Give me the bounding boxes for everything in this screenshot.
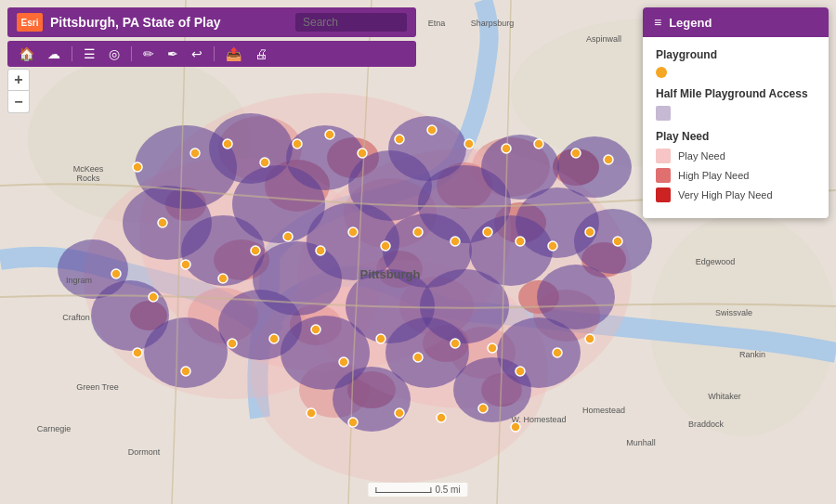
zoom-out-button[interactable]: − xyxy=(7,91,30,113)
app-title: Pittsburgh, PA State of Play xyxy=(50,15,288,30)
svg-point-96 xyxy=(339,357,348,367)
svg-text:Rocks: Rocks xyxy=(76,174,100,183)
svg-point-73 xyxy=(571,149,581,158)
app-logo: Esri xyxy=(17,13,43,32)
share-button[interactable]: 📤 xyxy=(222,45,245,63)
scale-label: 0.5 mi xyxy=(435,485,460,495)
svg-point-81 xyxy=(316,246,325,255)
svg-point-63 xyxy=(223,139,232,149)
svg-text:Braddock: Braddock xyxy=(688,420,725,429)
basemap-button[interactable]: ☁ xyxy=(44,45,64,63)
svg-text:Crafton: Crafton xyxy=(62,313,90,322)
svg-point-86 xyxy=(483,227,492,237)
svg-point-88 xyxy=(548,241,557,251)
playneed-low-label: Play Need xyxy=(678,150,725,162)
legend-section-playneed: Play Need xyxy=(656,130,816,143)
svg-text:Aspinwall: Aspinwall xyxy=(586,34,621,44)
svg-text:Swissvale: Swissvale xyxy=(715,308,752,317)
toolbar: Esri Pittsburgh, PA State of Play 🏠 ☁ ☰ … xyxy=(7,7,416,67)
svg-point-72 xyxy=(534,139,543,149)
title-bar: Esri Pittsburgh, PA State of Play xyxy=(7,7,416,37)
svg-point-79 xyxy=(251,246,260,255)
playneed-veryhigh-label: Very High Play Need xyxy=(678,189,773,200)
svg-point-49 xyxy=(333,367,411,432)
separator-1 xyxy=(72,46,72,61)
legend-header: ≡ Legend xyxy=(643,7,829,37)
svg-text:W. Homestead: W. Homestead xyxy=(511,415,566,424)
draw-button[interactable]: ✏ xyxy=(139,45,158,63)
svg-point-90 xyxy=(613,237,622,246)
svg-point-108 xyxy=(478,404,488,413)
svg-point-97 xyxy=(376,334,385,343)
legend-item-playneed-high: High Play Need xyxy=(656,168,816,183)
svg-point-84 xyxy=(413,227,423,237)
svg-point-67 xyxy=(358,149,367,158)
svg-point-105 xyxy=(348,418,358,427)
scale-bar: 0.5 mi xyxy=(368,483,467,497)
separator-3 xyxy=(214,46,215,61)
svg-point-89 xyxy=(585,227,594,237)
svg-text:McKees: McKees xyxy=(73,164,104,174)
playneed-veryhigh-symbol xyxy=(656,187,671,202)
svg-point-106 xyxy=(395,408,404,418)
svg-text:Etna: Etna xyxy=(428,19,446,28)
svg-point-94 xyxy=(269,334,279,343)
legend-item-halfmile xyxy=(656,106,816,121)
home-button[interactable]: 🏠 xyxy=(15,45,38,63)
playground-symbol xyxy=(656,67,667,78)
svg-text:Carnegie: Carnegie xyxy=(37,424,72,433)
legend-section-playground: Playground xyxy=(656,48,816,61)
svg-text:Pittsburgh: Pittsburgh xyxy=(360,267,421,281)
svg-point-92 xyxy=(181,367,190,376)
svg-point-66 xyxy=(325,130,334,139)
legend-section-halfmile: Half Mile Playground Access xyxy=(656,87,816,100)
svg-point-65 xyxy=(293,139,302,149)
svg-point-102 xyxy=(553,348,562,357)
svg-text:Sharpsburg: Sharpsburg xyxy=(471,19,515,28)
pen-button[interactable]: ✒ xyxy=(163,45,182,63)
svg-text:Green Tree: Green Tree xyxy=(76,382,119,392)
playneed-high-symbol xyxy=(656,168,671,183)
legend-item-playneed-low: Play Need xyxy=(656,149,816,163)
playneed-low-symbol xyxy=(656,149,671,163)
svg-point-76 xyxy=(149,292,158,302)
svg-point-68 xyxy=(395,135,404,144)
svg-point-60 xyxy=(133,162,142,172)
halfmile-symbol xyxy=(656,106,671,121)
separator-2 xyxy=(131,46,132,61)
undo-button[interactable]: ↩ xyxy=(188,45,206,63)
tools-bar: 🏠 ☁ ☰ ◎ ✏ ✒ ↩ 📤 🖨 xyxy=(7,41,416,67)
legend-body: Playground Half Mile Playground Access P… xyxy=(643,37,829,218)
svg-text:Ingram: Ingram xyxy=(66,276,92,285)
svg-point-91 xyxy=(133,348,142,357)
legend-panel: ≡ Legend Playground Half Mile Playground… xyxy=(643,7,829,218)
svg-point-82 xyxy=(348,227,358,237)
legend-toggle-icon[interactable]: ≡ xyxy=(654,15,661,30)
svg-point-56 xyxy=(557,136,632,198)
svg-text:Homestead: Homestead xyxy=(582,406,625,415)
zoom-controls[interactable]: + − xyxy=(7,69,30,113)
svg-point-69 xyxy=(427,125,437,135)
svg-point-35 xyxy=(144,317,228,388)
svg-point-104 xyxy=(307,408,316,418)
legend-item-playneed-veryhigh: Very High Play Need xyxy=(656,187,816,202)
svg-text:Edgewood: Edgewood xyxy=(696,257,736,266)
list-button[interactable]: ☰ xyxy=(80,45,99,63)
svg-point-95 xyxy=(311,325,320,334)
search-input[interactable] xyxy=(295,13,407,32)
svg-point-99 xyxy=(451,339,460,348)
legend-item-playground xyxy=(656,67,816,78)
svg-point-74 xyxy=(604,155,613,164)
map-container[interactable]: Pittsburgh Sharpsburg Aspinwall Etna Mil… xyxy=(0,0,836,504)
svg-point-101 xyxy=(516,367,525,376)
playneed-high-label: High Play Need xyxy=(678,170,749,181)
svg-point-87 xyxy=(516,237,525,246)
print-button[interactable]: 🖨 xyxy=(251,45,271,63)
svg-point-85 xyxy=(451,237,460,246)
measure-button[interactable]: ◎ xyxy=(105,45,124,63)
svg-point-70 xyxy=(464,139,474,149)
zoom-in-button[interactable]: + xyxy=(7,69,30,91)
legend-title: Legend xyxy=(669,16,712,30)
svg-text:Dormont: Dormont xyxy=(128,447,161,457)
svg-point-80 xyxy=(283,232,293,241)
